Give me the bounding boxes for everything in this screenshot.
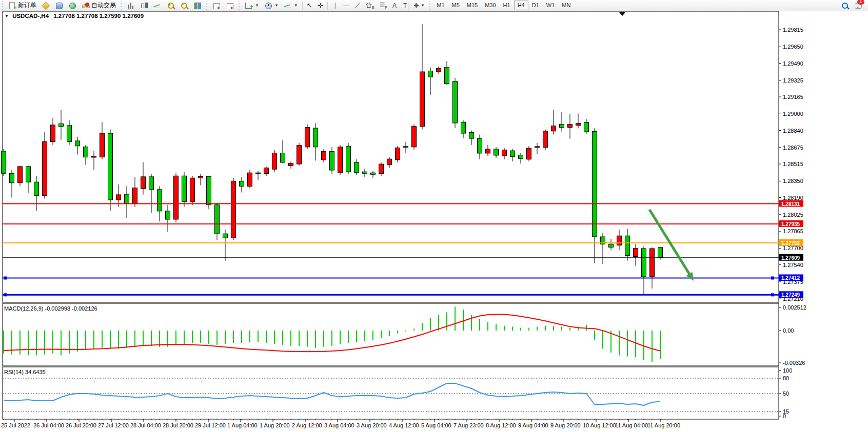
candle-body (634, 248, 638, 256)
candle-body (412, 127, 417, 147)
chart-title[interactable]: ▼ USDCAD-,H4 1.27708 1.27708 1.27590 1.2… (5, 13, 144, 19)
new-order-button[interactable]: ＋ 新订单 (6, 0, 39, 11)
timeframe-m30[interactable]: M30 (481, 1, 499, 10)
candle-body (100, 133, 105, 157)
autoscroll-icon (212, 2, 221, 10)
tile-windows-button[interactable] (191, 0, 204, 11)
autotrade-button[interactable]: 自动交易 (79, 0, 119, 11)
vertical-line-button[interactable]: ｜ (329, 0, 341, 11)
timeframe-m1[interactable]: M1 (433, 1, 448, 10)
candle-body (215, 205, 220, 234)
price-tag-label: 1.28131 (781, 201, 800, 207)
candle-body (125, 194, 129, 203)
svg-text:1.28190: 1.28190 (783, 195, 803, 201)
timeframe-h1[interactable]: H1 (500, 1, 514, 10)
fibonacci-button[interactable]: ☰F (377, 0, 390, 11)
zoom-in-icon: + (167, 2, 175, 10)
candle-body (231, 181, 236, 238)
chart-shift-button[interactable] (223, 0, 236, 11)
search-button[interactable] (838, 0, 852, 11)
toolbar-grip[interactable] (238, 2, 241, 10)
line-handle[interactable] (4, 293, 7, 296)
candle-body (26, 167, 31, 182)
candle-body (494, 149, 499, 155)
timeframe-w1[interactable]: W1 (543, 1, 559, 10)
candle-body (116, 195, 121, 200)
toolbar-grip[interactable] (120, 2, 123, 10)
time-axis-label: 11 Aug 20:00 (647, 422, 680, 428)
crosshair-button[interactable]: ✛ (315, 0, 326, 11)
channel-button[interactable]: 㕣E (363, 0, 377, 11)
candle-body (486, 149, 490, 153)
candle-body (305, 127, 310, 147)
panel-frame (3, 11, 779, 302)
zoom-in-button[interactable]: + (164, 0, 177, 11)
navigator-button[interactable] (52, 0, 66, 11)
candle-body (264, 168, 269, 174)
line-handle[interactable] (771, 276, 774, 279)
text-button[interactable]: A (390, 0, 399, 11)
timeframe-h4[interactable]: H4 (514, 1, 528, 10)
trendline-button[interactable]: ／ (352, 0, 363, 11)
bar-chart-button[interactable] (124, 0, 137, 11)
profiles-button[interactable] (39, 0, 52, 11)
template-icon (284, 2, 292, 10)
signals-button[interactable] (66, 0, 79, 11)
timeframe-group: M1M5M15M30H1H4D1W1MN (433, 1, 574, 10)
template-button[interactable]: ▼ (281, 0, 301, 11)
autoscroll-button[interactable] (210, 0, 223, 11)
toolbar-grip[interactable] (206, 2, 208, 10)
toolbar-grip[interactable] (2, 2, 4, 10)
toolbar-grip[interactable] (429, 2, 431, 10)
channel-icon: 㕣E (366, 1, 374, 10)
time-axis-label: 1 Aug 04:00 (227, 422, 258, 428)
arrows-button[interactable]: ✥▼ (411, 0, 427, 11)
line-handle[interactable] (4, 276, 7, 279)
line-handle[interactable] (771, 293, 774, 296)
timeframe-mn[interactable]: MN (558, 1, 574, 10)
candle-body (609, 244, 614, 247)
svg-text:1.29815: 1.29815 (783, 27, 803, 33)
profiles-icon (42, 2, 50, 10)
period-button[interactable]: ▼ (262, 0, 281, 11)
line-chart-button[interactable] (151, 0, 164, 11)
time-axis-label: 9 Aug 04:00 (518, 422, 548, 428)
notifications-button[interactable]: 1 (852, 0, 865, 11)
candle-body (18, 167, 23, 183)
candle-body (396, 148, 400, 159)
candle-body (469, 132, 474, 138)
candle-body (84, 147, 88, 157)
cursor-button[interactable]: ↖ (304, 0, 315, 11)
candle-body (256, 173, 261, 174)
time-axis-label: 3 Aug 04:00 (324, 422, 354, 428)
svg-text:1.28025: 1.28025 (783, 212, 803, 218)
candle-body (453, 81, 458, 123)
chart-symbol: USDCAD-,H4 (12, 13, 49, 19)
chart-canvas[interactable]: 1.298151.296501.294901.293251.291651.290… (0, 0, 868, 432)
candle-body (551, 126, 556, 131)
time-axis-label: 2 Aug 12:00 (292, 422, 322, 428)
new-order-label: 新订单 (18, 1, 36, 10)
timeframe-m5[interactable]: M5 (448, 1, 463, 10)
candle-body (445, 68, 449, 84)
toolbar-separator (302, 2, 303, 10)
candle-body (281, 153, 285, 162)
candle-body (10, 173, 14, 183)
chat-icon: 1 (854, 2, 862, 10)
candle-body (371, 173, 376, 174)
candlestick-button[interactable] (137, 0, 151, 11)
timeframe-m15[interactable]: M15 (463, 1, 481, 10)
new-chart-button[interactable]: ▼ (242, 0, 262, 11)
text-label-button[interactable]: T (399, 0, 411, 11)
price-tag-label: 1.27752 (781, 240, 800, 246)
candle-body (75, 141, 80, 146)
svg-text:1.29325: 1.29325 (783, 77, 803, 84)
fibonacci-icon: ☰F (380, 2, 387, 9)
candle-body (43, 142, 47, 196)
zoom-out-button[interactable]: − (177, 0, 191, 11)
svg-text:1.28840: 1.28840 (783, 128, 803, 134)
candle-body (272, 153, 277, 170)
candle-body (642, 249, 646, 277)
horizontal-line-button[interactable]: — (341, 0, 352, 11)
timeframe-d1[interactable]: D1 (528, 1, 543, 10)
